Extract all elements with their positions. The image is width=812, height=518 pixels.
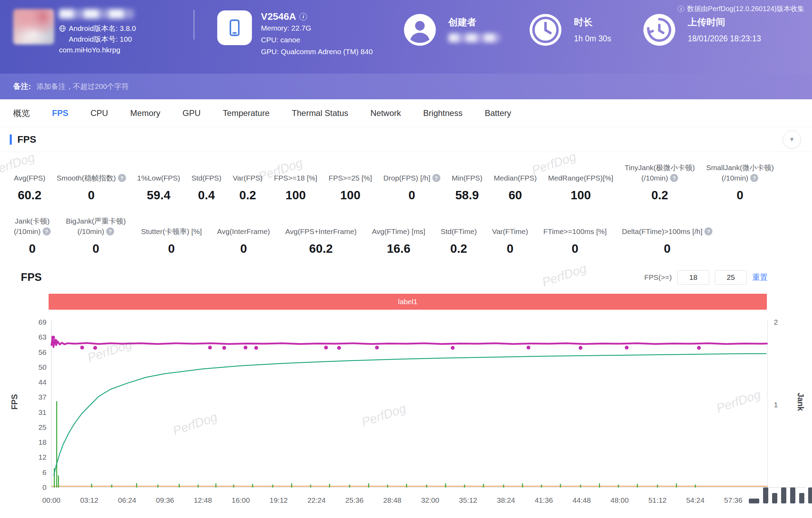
device-memory: Memory: 22.7G [261,22,373,34]
x-tick: 22:24 [307,496,326,504]
device-gpu: GPU: Qualcomm Adreno (TM) 840 [261,46,373,58]
jank-tick: 1 [774,401,778,409]
x-tick: 38:24 [497,496,515,504]
device-block: V2546A i Memory: 22.7G CPU: canoe GPU: Q… [217,10,380,58]
reset-link[interactable]: 重置 [752,272,768,283]
device-info-icon[interactable]: i [299,13,307,20]
tab-CPU[interactable]: CPU [91,108,108,118]
globe-icon [59,25,66,32]
device-icon [217,10,252,45]
stat-label: Avg(InterFrame) [217,226,270,237]
tab-GPU[interactable]: GPU [183,108,201,118]
help-icon[interactable]: ? [670,174,678,182]
info-icon[interactable]: i [678,6,684,12]
stat-Avg(FPS): Avg(FPS)60.2 [14,173,45,202]
stat-value: 0 [66,242,126,256]
trend-line-series [54,353,767,475]
duration-label: 时长 [574,16,611,28]
y-tick: 25 [39,423,46,431]
stat-label: FPS>=25 [%] [329,173,372,183]
help-icon[interactable]: ? [106,227,114,235]
fps-dot [625,346,629,350]
stat-value: 0.4 [192,188,221,202]
creator-name-redacted [448,33,500,42]
fps-dot [451,346,455,350]
duration-block: 时长 1h 0m 30s [528,12,621,47]
y-tick: 0 [42,483,46,491]
fps-chart-panel-header: FPS FPS(>=) 重置 [0,270,812,285]
help-icon[interactable]: ? [704,227,712,235]
fps-line-series [51,338,768,347]
stat-FTime>=100ms [%]: FTime>=100ms [%]0 [543,226,607,256]
chart-title: FPS [21,271,42,284]
threshold-label: FPS(>=) [644,273,672,282]
app-package: com.miHoYo.hkrpg [59,44,120,55]
app-block: Android版本名: 3.8.0 Android版本号: 100 com.mi… [13,9,194,55]
threshold-controls: FPS(>=) 重置 [644,270,768,285]
tab-Brightness[interactable]: Brightness [423,108,463,118]
stat-value: 59.4 [137,188,180,202]
y-axis-title-jank: Jank [795,393,805,411]
tab-Network[interactable]: Network [371,108,401,118]
y-tick: 69 [39,318,46,326]
stat-Var(FPS): Var(FPS)0.2 [233,173,263,202]
fps-dot [244,346,247,350]
x-tick: 51:12 [648,496,667,504]
fps-dot [80,346,84,350]
jank-tick: 2 [774,318,778,326]
android-version-name: Android版本名: 3.8.0 [69,23,136,34]
fps-dot [208,346,212,350]
stat-label: Median(FPS) [494,173,537,183]
y-tick: 56 [39,348,46,356]
stat-label: FPS>=18 [%] [274,173,317,183]
tab-Memory[interactable]: Memory [130,108,160,118]
stat-value: 0 [543,242,607,256]
stat-value: 0.2 [233,188,263,202]
tab-概览[interactable]: 概览 [13,108,30,119]
y-tick: 50 [39,363,46,371]
note-bar: 备注: 添加备注，不超过200个字符 [0,74,812,99]
x-tick: 00:00 [42,496,61,504]
note-input[interactable]: 添加备注，不超过200个字符 [36,82,129,91]
creator-label: 创建者 [448,16,500,28]
tab-Thermal Status[interactable]: Thermal Status [292,108,348,118]
stat-Median(FPS): Median(FPS)60 [494,173,537,202]
fps-dot [578,346,582,350]
tab-Battery[interactable]: Battery [485,108,511,118]
stat-value: 0 [622,242,712,256]
section-accent-bar [10,134,12,145]
help-icon[interactable]: ? [750,174,758,182]
android-version-code: Android版本号: 100 [69,34,132,44]
stat-value: 0.2 [625,188,695,202]
tab-Temperature[interactable]: Temperature [223,108,270,118]
corner-watermark [749,487,812,503]
fps-threshold-high-input[interactable] [715,270,747,285]
x-tick: 44:48 [573,496,591,504]
x-tick: 06:24 [118,496,136,504]
upload-label: 上传时间 [688,16,761,28]
stat-label: Var(FTime) [492,226,528,237]
x-tick: 54:24 [686,496,705,504]
stat-Stutter(卡顿率) [%]: Stutter(卡顿率) [%]0 [141,226,202,256]
y-tick: 37 [39,393,46,401]
app-name-redacted [59,9,134,19]
stat-label: Min(FPS) [452,173,483,183]
scene-label-banner: label1 [49,294,767,310]
help-icon[interactable]: ? [43,227,51,235]
x-tick: 03:12 [80,496,99,504]
help-icon[interactable]: ? [118,174,126,182]
stat-label: 1%Low(FPS) [137,173,180,183]
collapse-section-button[interactable]: ▼ [783,131,801,149]
fps-chart-area[interactable]: 06121825313744505663691200:0003:1206:240… [0,314,812,509]
stat-BigJank(严重卡顿): BigJank(严重卡顿)(/10min) ?0 [66,216,126,256]
stat-label: Delta(FTime)>100ms [/h] ? [622,226,712,237]
y-tick: 6 [42,468,46,476]
fps-threshold-low-input[interactable] [677,270,709,285]
chevron-down-icon: ▼ [789,136,795,143]
x-tick: 12:48 [194,496,212,504]
help-icon[interactable]: ? [432,174,440,182]
stat-label: Var(FPS) [233,173,263,183]
tab-FPS[interactable]: FPS [52,108,68,118]
stat-Delta(FTime)>100ms [/h]: Delta(FTime)>100ms [/h] ?0 [622,226,712,256]
stat-label: SmallJank(微小卡顿)(/10min) ? [706,162,774,183]
